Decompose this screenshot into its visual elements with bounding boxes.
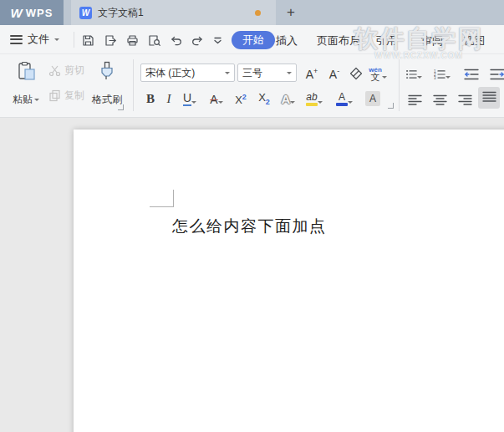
save-button[interactable] <box>79 31 98 49</box>
chevron-down-icon <box>218 101 223 106</box>
svg-text:3: 3 <box>434 76 436 80</box>
save-icon <box>81 33 95 48</box>
ribbon-home: 粘贴 剪切 复制 格式刷 宋体 (正文) <box>0 54 504 118</box>
font-color-button[interactable]: A <box>333 88 355 108</box>
copy-button[interactable]: 复制 <box>48 86 84 104</box>
more-chevron-icon <box>211 34 224 47</box>
align-left-button[interactable] <box>405 88 425 108</box>
cut-scissors-icon <box>48 64 61 77</box>
hanzi-text: 文 <box>371 74 380 81</box>
file-menu-button[interactable]: 文件 <box>10 32 59 47</box>
margin-corner-mark <box>150 206 174 207</box>
italic-glyph: I <box>167 92 171 106</box>
align-left-icon <box>408 94 422 106</box>
character-shading-button[interactable]: A <box>363 88 383 108</box>
increase-font-size-button[interactable]: A+ <box>303 63 321 83</box>
underline-button[interactable]: U <box>179 88 201 108</box>
subscript-mark: 2 <box>266 98 270 106</box>
ribbon-tab-insert[interactable]: 插入 <box>276 33 298 48</box>
highlight-glyph: ab <box>306 93 317 102</box>
document-area[interactable]: 怎么给内容下面加点 <box>0 118 504 432</box>
eraser-icon <box>349 66 364 81</box>
decrease-indent-button[interactable] <box>462 63 481 83</box>
justify-button[interactable] <box>478 87 500 109</box>
superscript-mark: 2 <box>242 93 247 101</box>
wps-logo-icon: W <box>11 6 22 20</box>
undo-button[interactable] <box>166 31 186 49</box>
font-group-launcher[interactable] <box>388 103 394 109</box>
clipboard-group-launcher[interactable] <box>118 104 124 110</box>
highlight-color-bar <box>306 103 318 106</box>
hamburger-icon <box>10 33 23 46</box>
undo-icon <box>169 33 183 48</box>
shrink-font-glyph: A <box>329 68 337 81</box>
bold-button[interactable]: B <box>142 88 159 108</box>
paste-label: 粘贴 <box>13 93 33 107</box>
document-icon: W <box>79 7 92 19</box>
print-preview-button[interactable] <box>145 31 164 49</box>
document-paragraph[interactable]: 怎么给内容下面加点 <box>172 216 327 237</box>
italic-button[interactable]: I <box>162 88 176 108</box>
wps-home-button[interactable]: W WPS <box>0 0 64 25</box>
bullet-list-icon <box>405 68 417 81</box>
text-effects-button[interactable]: A <box>277 88 299 108</box>
clear-formatting-button[interactable] <box>346 63 366 83</box>
new-tab-button[interactable]: + <box>281 3 301 23</box>
ribbon-tab-view[interactable]: 视图 <box>463 33 485 48</box>
chevron-down-icon <box>191 101 196 106</box>
customize-toolbar-button[interactable] <box>208 31 227 49</box>
print-button[interactable] <box>123 31 142 49</box>
increase-indent-button[interactable] <box>488 63 504 83</box>
indent-icon <box>490 68 504 81</box>
bullets-button[interactable] <box>405 63 422 83</box>
menu-row: 文件 <box>0 25 504 54</box>
cut-button[interactable]: 剪切 <box>48 61 84 79</box>
align-center-button[interactable] <box>430 88 450 108</box>
titlebar: W WPS W 文字文稿1 + <box>0 0 504 25</box>
ribbon-tab-review[interactable]: 审阅 <box>421 33 443 48</box>
divider <box>399 59 400 111</box>
font-color-bar <box>336 103 348 106</box>
superscript-base: X <box>235 94 242 106</box>
format-painter-icon <box>96 60 119 83</box>
subscript-button[interactable]: X2 <box>255 88 273 108</box>
superscript-button[interactable]: X2 <box>232 88 250 108</box>
chevron-down-icon <box>225 72 230 77</box>
export-pdf-icon <box>104 33 118 48</box>
chevron-down-icon <box>417 76 422 81</box>
chevron-down-icon <box>348 101 353 106</box>
grow-font-sign: + <box>313 67 318 75</box>
export-pdf-button[interactable] <box>101 31 120 49</box>
highlight-color-button[interactable]: ab <box>303 88 326 108</box>
document-tab[interactable]: W 文字文稿1 <box>71 0 276 25</box>
justify-icon <box>482 91 496 103</box>
document-page[interactable]: 怎么给内容下面加点 <box>74 130 504 432</box>
decrease-font-size-button[interactable]: A- <box>325 63 344 83</box>
redo-button[interactable] <box>188 31 207 49</box>
paste-button[interactable]: 粘贴 <box>7 58 45 111</box>
ribbon-tab-home[interactable]: 开始 <box>232 31 275 49</box>
ribbon-tab-page-layout[interactable]: 页面布局 <box>317 33 360 48</box>
phonetic-guide-button[interactable]: wén 文 <box>369 63 387 83</box>
numbering-button[interactable]: 1 2 3 <box>434 63 451 83</box>
margin-corner-mark <box>173 190 174 207</box>
document-tab-title: 文字文稿1 <box>98 6 255 20</box>
strikethrough-button[interactable]: A <box>206 88 227 108</box>
grow-font-glyph: A <box>306 68 313 81</box>
chevron-down-icon <box>34 99 39 104</box>
align-right-button[interactable] <box>455 88 475 108</box>
font-color-glyph: A <box>339 93 345 102</box>
ribbon-tab-references[interactable]: 引用 <box>375 33 397 48</box>
file-menu-label: 文件 <box>28 32 49 47</box>
font-family-select[interactable]: 宋体 (正文) <box>140 64 235 82</box>
chevron-down-icon <box>318 101 323 106</box>
align-right-icon <box>458 94 472 106</box>
bold-glyph: B <box>146 92 155 106</box>
divider <box>133 59 134 111</box>
numbered-list-icon: 1 2 3 <box>434 68 445 81</box>
format-painter-button[interactable]: 格式刷 <box>86 58 128 111</box>
chevron-down-icon <box>382 76 387 81</box>
copy-icon <box>48 89 61 102</box>
font-size-select[interactable]: 三号 <box>237 64 297 82</box>
shrink-font-sign: - <box>337 67 339 75</box>
